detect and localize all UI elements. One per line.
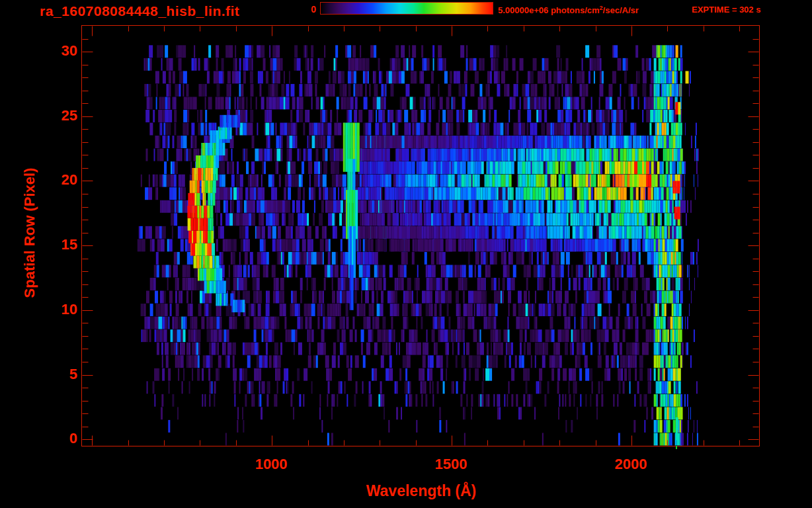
plot-title: ra_160708084448_hisb_lin.fit	[40, 3, 239, 19]
x-tick-label: 2000	[614, 456, 647, 473]
x-tick-label: 1000	[255, 456, 288, 473]
colorbar-units-suffix: /sec/A/sr	[603, 5, 639, 15]
colorbar-max-label: 5.00000e+06 photons/cm2/sec/A/sr	[498, 5, 639, 15]
colorbar-max-value: 5.00000e+06	[498, 5, 551, 15]
y-tick-label: 10	[36, 301, 77, 318]
heatmap-canvas	[82, 26, 759, 446]
x-axis-label: Wavelength (Å)	[366, 482, 477, 500]
y-tick-label: 30	[36, 42, 77, 60]
plot-frame	[81, 25, 760, 446]
y-tick-label: 5	[36, 366, 77, 383]
y-tick-label: 20	[36, 171, 77, 189]
colorbar-min-label: 0	[298, 4, 316, 15]
below-axis-artifact	[676, 446, 677, 449]
x-tick-label: 1500	[435, 456, 467, 473]
y-tick-label: 0	[36, 430, 77, 447]
y-axis-label: Spatial Row (Pixel)	[21, 168, 38, 298]
y-tick-label: 15	[36, 236, 77, 253]
colorbar-units-prefix: photons/cm	[551, 5, 600, 15]
y-tick-label: 25	[36, 107, 77, 124]
idl-plot-window: ra_160708084448_hisb_lin.fit 0 5.00000e+…	[0, 0, 812, 508]
colorbar-gradient	[320, 2, 493, 15]
exptime-label: EXPTIME = 302 s	[692, 5, 760, 15]
